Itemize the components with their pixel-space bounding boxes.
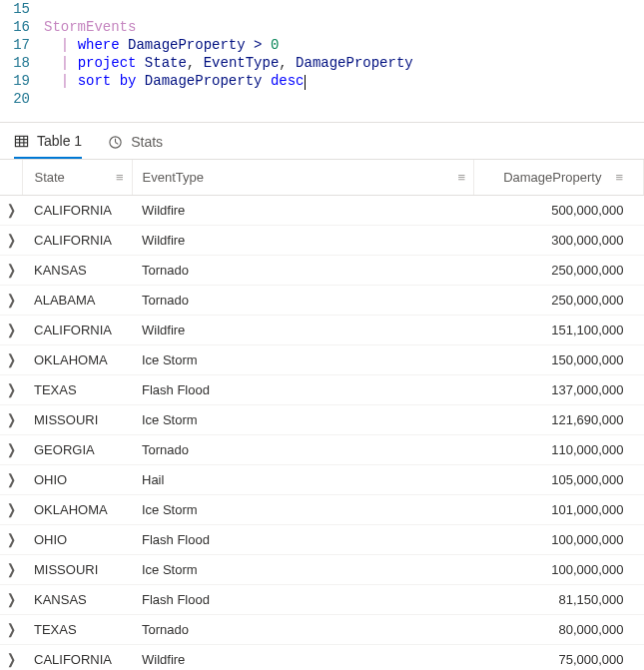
row-expand-toggle[interactable]: ❯ [0, 405, 22, 435]
table-row[interactable]: ❯TEXASTornado80,000,000 [0, 615, 644, 645]
chevron-right-icon: ❯ [7, 232, 16, 249]
cell-eventtype: Ice Storm [132, 345, 474, 375]
editor-line[interactable]: 18 | project State, EventType, DamagePro… [0, 54, 644, 72]
cell-eventtype: Flash Flood [132, 375, 474, 405]
row-expand-toggle[interactable]: ❯ [0, 435, 22, 465]
cell-state: MISSOURI [22, 405, 132, 435]
line-content[interactable]: | where DamageProperty > 0 [44, 36, 279, 54]
row-expand-toggle[interactable]: ❯ [0, 615, 22, 645]
table-row[interactable]: ❯CALIFORNIAWildfire500,000,000 [0, 196, 644, 226]
tab-table[interactable]: Table 1 [14, 133, 82, 159]
cell-eventtype: Flash Flood [132, 525, 474, 555]
table-row[interactable]: ❯CALIFORNIAWildfire151,100,000 [0, 316, 644, 345]
line-number: 16 [0, 18, 44, 36]
cell-eventtype: Ice Storm [132, 405, 474, 435]
result-tabs: Table 1 Stats [0, 123, 644, 159]
column-header-state[interactable]: State ≡ [22, 160, 132, 196]
cell-state: CALIFORNIA [22, 316, 132, 345]
row-expand-toggle[interactable]: ❯ [0, 495, 22, 525]
tab-stats-label: Stats [131, 134, 163, 150]
cell-eventtype: Tornado [132, 435, 474, 465]
cell-eventtype: Hail [132, 465, 474, 495]
chevron-right-icon: ❯ [7, 411, 16, 428]
table-row[interactable]: ❯OKLAHOMAIce Storm101,000,000 [0, 495, 644, 525]
cell-damageproperty: 151,100,000 [474, 316, 644, 345]
table-row[interactable]: ❯OHIOHail105,000,000 [0, 465, 644, 495]
row-expand-toggle[interactable]: ❯ [0, 256, 22, 286]
line-content[interactable]: | project State, EventType, DamageProper… [44, 54, 413, 72]
column-menu-icon[interactable]: ≡ [451, 170, 465, 185]
cell-state: KANSAS [22, 256, 132, 286]
row-expand-toggle[interactable]: ❯ [0, 196, 22, 226]
cell-eventtype: Tornado [132, 256, 474, 286]
table-row[interactable]: ❯OHIOFlash Flood100,000,000 [0, 525, 644, 555]
cell-damageproperty: 75,000,000 [474, 645, 644, 671]
column-menu-icon[interactable]: ≡ [110, 170, 124, 185]
table-row[interactable]: ❯GEORGIATornado110,000,000 [0, 435, 644, 465]
cell-damageproperty: 250,000,000 [474, 256, 644, 286]
column-header-eventtype[interactable]: EventType ≡ [132, 160, 474, 196]
svg-rect-0 [15, 136, 27, 146]
results-table-wrap: State ≡ EventType ≡ DamageProperty ≡ [0, 159, 644, 670]
line-number: 18 [0, 54, 44, 72]
cell-damageproperty: 81,150,000 [474, 585, 644, 615]
editor-line[interactable]: 16StormEvents [0, 18, 644, 36]
chevron-right-icon: ❯ [7, 322, 16, 338]
chevron-right-icon: ❯ [7, 531, 16, 548]
line-content[interactable]: StormEvents [44, 18, 136, 36]
table-icon [14, 134, 29, 149]
chevron-right-icon: ❯ [7, 591, 16, 608]
table-row[interactable]: ❯OKLAHOMAIce Storm150,000,000 [0, 345, 644, 375]
row-expand-toggle[interactable]: ❯ [0, 525, 22, 555]
line-content[interactable]: | sort by DamageProperty desc [44, 72, 306, 90]
cell-eventtype: Wildfire [132, 645, 474, 671]
line-number: 19 [0, 72, 44, 90]
cell-damageproperty: 80,000,000 [474, 615, 644, 645]
cell-state: GEORGIA [22, 435, 132, 465]
column-header-eventtype-label: EventType [143, 170, 204, 185]
tab-table-label: Table 1 [37, 133, 82, 149]
cell-damageproperty: 101,000,000 [474, 495, 644, 525]
column-header-damageproperty[interactable]: DamageProperty ≡ [474, 160, 644, 196]
editor-line[interactable]: 17 | where DamageProperty > 0 [0, 36, 644, 54]
row-expand-toggle[interactable]: ❯ [0, 555, 22, 585]
cell-state: ALABAMA [22, 286, 132, 316]
cell-eventtype: Tornado [132, 615, 474, 645]
editor-line[interactable]: 15 [0, 0, 644, 18]
text-cursor [305, 75, 306, 90]
table-row[interactable]: ❯KANSASTornado250,000,000 [0, 256, 644, 286]
row-expand-toggle[interactable]: ❯ [0, 375, 22, 405]
cell-damageproperty: 137,000,000 [474, 375, 644, 405]
cell-eventtype: Wildfire [132, 196, 474, 226]
tab-stats[interactable]: Stats [108, 133, 163, 159]
editor-line[interactable]: 20 [0, 90, 644, 108]
query-editor[interactable]: 1516StormEvents17 | where DamageProperty… [0, 0, 644, 108]
table-row[interactable]: ❯CALIFORNIAWildfire75,000,000 [0, 645, 644, 671]
table-row[interactable]: ❯TEXASFlash Flood137,000,000 [0, 375, 644, 405]
row-expand-toggle[interactable]: ❯ [0, 465, 22, 495]
table-row[interactable]: ❯ALABAMATornado250,000,000 [0, 286, 644, 316]
line-number: 20 [0, 90, 44, 108]
table-row[interactable]: ❯MISSOURIIce Storm121,690,000 [0, 405, 644, 435]
cell-damageproperty: 121,690,000 [474, 405, 644, 435]
cell-eventtype: Wildfire [132, 226, 474, 256]
chevron-right-icon: ❯ [7, 471, 16, 488]
table-row[interactable]: ❯KANSASFlash Flood81,150,000 [0, 585, 644, 615]
chevron-right-icon: ❯ [7, 262, 16, 279]
chevron-right-icon: ❯ [7, 381, 16, 398]
cell-state: CALIFORNIA [22, 196, 132, 226]
chevron-right-icon: ❯ [7, 651, 16, 668]
row-expand-toggle[interactable]: ❯ [0, 345, 22, 375]
row-expand-toggle[interactable]: ❯ [0, 226, 22, 256]
row-expand-toggle[interactable]: ❯ [0, 645, 22, 671]
column-menu-icon[interactable]: ≡ [609, 170, 623, 185]
table-row[interactable]: ❯MISSOURIIce Storm100,000,000 [0, 555, 644, 585]
cell-eventtype: Wildfire [132, 316, 474, 345]
row-expand-toggle[interactable]: ❯ [0, 316, 22, 345]
row-expand-toggle[interactable]: ❯ [0, 585, 22, 615]
row-expand-toggle[interactable]: ❯ [0, 286, 22, 316]
editor-line[interactable]: 19 | sort by DamageProperty desc [0, 72, 644, 90]
svg-line-7 [116, 142, 119, 144]
table-row[interactable]: ❯CALIFORNIAWildfire300,000,000 [0, 226, 644, 256]
cell-eventtype: Flash Flood [132, 585, 474, 615]
